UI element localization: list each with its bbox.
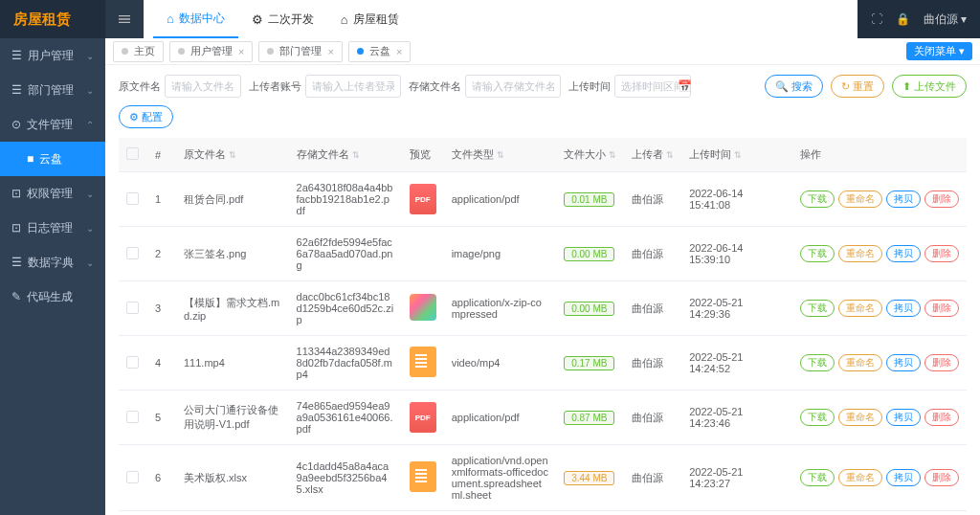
topnav-item[interactable]: ⌂房屋租赁 [327,0,412,38]
doc-icon [410,461,436,492]
cell-time: 2022-05-21 14:29:36 [681,281,792,336]
tabs-bar: 主页用户管理×部门管理×云盘× 关闭菜单 ▾ [105,38,980,65]
col-uploader[interactable]: 上传者⇅ [624,138,681,172]
rename-button[interactable]: 重命名 [838,469,882,486]
cell-idx: 7 [147,511,176,516]
cell-idx: 2 [147,227,176,281]
tab[interactable]: 部门管理× [258,41,342,62]
cell-uploader: 曲伯源 [624,511,681,516]
delete-button[interactable]: 删除 [924,469,959,486]
calendar-icon[interactable]: 📅 [678,79,692,93]
row-checkbox[interactable] [126,302,139,314]
download-button[interactable]: 下载 [800,354,835,371]
sidebar-sub-item[interactable]: ■云盘 [0,142,105,176]
copy-button[interactable]: 拷贝 [886,354,921,371]
reset-button[interactable]: ↻ 重置 [831,75,884,98]
delete-button[interactable]: 删除 [924,409,959,426]
upload-button[interactable]: ⬆ 上传文件 [892,75,967,98]
delete-button[interactable]: 删除 [924,190,959,208]
col-orig[interactable]: 原文件名⇅ [176,138,289,172]
filter-label-time: 上传时间 [568,79,611,94]
sidebar-item[interactable]: ☰部门管理⌄ [0,73,105,107]
cell-stored: 74e865aed9594ea9a9a0536161e40066.pdf [289,391,402,445]
copy-button[interactable]: 拷贝 [886,469,921,486]
topnav-item[interactable]: ⌂数据中心 [153,0,238,38]
filter-uploader-input[interactable] [305,75,401,98]
row-checkbox[interactable] [126,192,139,205]
close-icon[interactable]: × [396,46,402,57]
row-checkbox[interactable] [126,247,139,259]
sidebar-item[interactable]: ✎代码生成 [0,280,105,314]
sidebar-item[interactable]: ☰用户管理⌄ [0,38,105,73]
delete-button[interactable]: 删除 [924,245,959,262]
cell-uploader: 曲伯源 [624,336,681,391]
top-nav: ⌂数据中心⚙二次开发⌂房屋租赁 [144,0,858,38]
tab[interactable]: 主页 [113,41,164,62]
close-icon[interactable]: × [238,46,244,57]
menu-icon: ⊡ [11,221,21,235]
col-size[interactable]: 文件大小⇅ [556,138,624,172]
select-all-checkbox[interactable] [126,147,139,160]
sidebar-item[interactable]: ☰数据字典⌄ [0,245,105,280]
filter-stored-input[interactable] [465,75,561,98]
download-button[interactable]: 下载 [800,300,835,317]
cell-preview [402,227,444,281]
expand-icon[interactable]: ⛶ [871,12,882,26]
sidebar-item[interactable]: ⊡权限管理⌄ [0,176,105,211]
lock-icon[interactable]: 🔒 [896,12,910,26]
rename-button[interactable]: 重命名 [838,300,882,317]
row-checkbox[interactable] [126,411,139,423]
config-button[interactable]: ⚙ 配置 [119,105,173,128]
cell-time: 2022-06-14 15:39:10 [681,227,792,281]
topnav-item[interactable]: ⚙二次开发 [238,0,327,38]
cell-type: application/x-zip-compressed [444,281,557,336]
close-icon[interactable]: × [327,46,333,57]
menu-icon: ☰ [11,49,22,62]
rename-button[interactable]: 重命名 [838,354,882,371]
col-stored[interactable]: 存储文件名⇅ [289,138,402,172]
rename-button[interactable]: 重命名 [838,190,882,208]
table-row: 7 gh_57ba35562a20_258.jpg 1e07b00ffc2042… [119,511,967,516]
pdf-icon: PDF [410,402,436,433]
search-button[interactable]: 🔍 搜索 [765,75,823,98]
copy-button[interactable]: 拷贝 [886,190,921,208]
cell-preview [402,281,444,336]
close-menu-button[interactable]: 关闭菜单 ▾ [906,42,972,60]
sidebar-item[interactable]: ⊙文件管理⌃ [0,107,105,142]
download-button[interactable]: 下载 [800,190,835,208]
filter-orig-input[interactable] [165,75,241,98]
cell-type: video/mp4 [444,336,557,391]
row-checkbox[interactable] [126,471,139,483]
rename-button[interactable]: 重命名 [838,409,882,426]
cell-stored: 62a6f2fde5994e5fac6a78aa5ad070ad.png [289,227,402,281]
row-checkbox[interactable] [126,356,139,369]
copy-button[interactable]: 拷贝 [886,245,921,262]
download-button[interactable]: 下载 [800,245,835,262]
table-row: 4 111.mp4 113344a2389349ed8d02fb7dacfa05… [119,336,967,391]
download-button[interactable]: 下载 [800,409,835,426]
sidebar-item[interactable]: ⊡日志管理⌄ [0,211,105,245]
rename-button[interactable]: 重命名 [838,245,882,262]
cell-orig: 租赁合同.pdf [176,172,289,227]
cell-time: 2022-05-21 14:23:46 [681,391,792,445]
tab[interactable]: 云盘× [348,41,411,62]
user-menu[interactable]: 曲伯源 ▾ [924,11,967,28]
copy-button[interactable]: 拷贝 [886,409,921,426]
cell-idx: 6 [147,445,176,511]
delete-button[interactable]: 删除 [924,300,959,317]
col-time[interactable]: 上传时间⇅ [681,138,792,172]
col-type[interactable]: 文件类型⇅ [444,138,557,172]
copy-button[interactable]: 拷贝 [886,300,921,317]
download-button[interactable]: 下载 [800,469,835,486]
hamburger-toggle[interactable] [105,0,144,38]
cell-uploader: 曲伯源 [624,227,681,281]
cell-stored: dacc0bc61cf34bc18d1259b4ce60d52c.zip [289,281,402,336]
cell-preview: PDF [402,172,444,227]
tab[interactable]: 用户管理× [169,41,253,62]
table-row: 2 张三签名.png 62a6f2fde5994e5fac6a78aa5ad07… [119,227,967,281]
delete-button[interactable]: 删除 [924,354,959,371]
col-idx: # [147,138,176,172]
menu-icon: ☰ [11,256,22,269]
cell-time: 2022-05-21 14:24:52 [681,336,792,391]
zip-icon [410,294,436,321]
